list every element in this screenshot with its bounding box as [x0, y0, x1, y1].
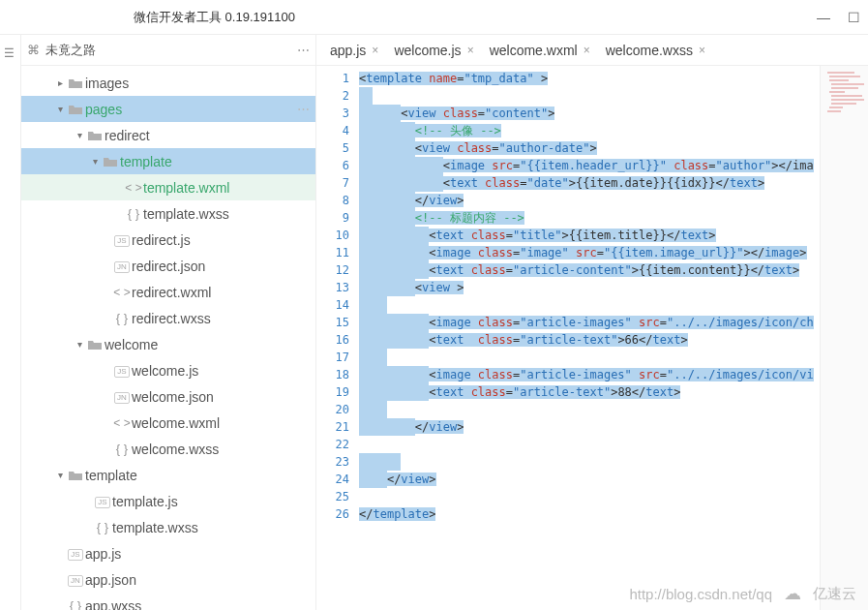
tree-item-images[interactable]: ▸images — [21, 70, 315, 96]
file-icon: { } — [124, 206, 143, 221]
line-number: 13 — [316, 279, 349, 296]
maximize-icon[interactable]: ☐ — [848, 10, 860, 25]
file-name: app.json — [85, 572, 136, 588]
tree-item-redirect[interactable]: ▾redirect — [21, 122, 315, 148]
tree-item-template-wxss[interactable]: { }template.wxss — [21, 200, 315, 227]
tree-item-template[interactable]: ▾template — [21, 148, 315, 174]
close-icon[interactable]: × — [584, 44, 590, 57]
tab-welcome-wxss[interactable]: welcome.wxss× — [598, 35, 713, 66]
close-icon[interactable]: × — [372, 44, 378, 57]
sidebar-header[interactable]: ⌘ 未竟之路 ⋯ — [21, 35, 315, 66]
tree-item-app-json[interactable]: JNapp.json — [21, 566, 315, 593]
tab-label: app.js — [330, 43, 366, 58]
line-number: 12 — [316, 261, 349, 279]
tree-item-redirect-js[interactable]: JSredirect.js — [21, 227, 315, 253]
tab-welcome-wxml[interactable]: welcome.wxml× — [482, 35, 598, 66]
code-line[interactable]: <image class="article-images" src="../..… — [359, 366, 820, 383]
file-name: images — [85, 76, 129, 91]
minimize-icon[interactable]: — — [817, 10, 830, 25]
tab-app-js[interactable]: app.js× — [322, 35, 386, 66]
file-tree[interactable]: ▸images▾pages⋯▾redirect▾template< >templ… — [21, 66, 315, 610]
line-number: 26 — [316, 505, 349, 523]
chevron-icon: ▾ — [54, 104, 66, 114]
code-line[interactable]: <text class="article-text">88</text> — [359, 383, 820, 401]
file-icon: < > — [124, 181, 143, 195]
tree-item-welcome-wxss[interactable]: { }welcome.wxss — [21, 436, 315, 462]
tree-item-welcome-json[interactable]: JNwelcome.json — [21, 383, 315, 410]
code-line[interactable]: <template name="tmp_data" > — [359, 70, 820, 87]
code-line[interactable]: </view> — [359, 192, 820, 209]
code-editor[interactable]: 1234567891011121314151617181920212223242… — [316, 66, 868, 610]
file-name: redirect.wxml — [132, 285, 211, 300]
tree-item-redirect-wxss[interactable]: { }redirect.wxss — [21, 305, 315, 331]
line-number: 11 — [316, 244, 349, 261]
tree-item-template-wxml[interactable]: < >template.wxml — [21, 174, 315, 200]
tree-item-template-wxss[interactable]: { }template.wxss — [21, 514, 315, 540]
tab-label: welcome.wxml — [490, 43, 578, 58]
code-line[interactable] — [359, 436, 820, 453]
file-icon: JS — [112, 363, 132, 378]
tree-item-pages[interactable]: ▾pages⋯ — [21, 96, 315, 122]
file-name: redirect.js — [132, 232, 191, 248]
explorer-gutter-icon[interactable]: ☰ — [4, 46, 16, 60]
line-number: 6 — [316, 157, 349, 174]
tree-item-welcome[interactable]: ▾welcome — [21, 331, 315, 357]
tree-item-welcome-js[interactable]: JSwelcome.js — [21, 357, 315, 383]
code-line[interactable]: </view> — [359, 418, 820, 436]
tab-label: welcome.js — [394, 43, 461, 58]
code-line[interactable]: <!-- 头像 --> — [359, 122, 820, 139]
code-line[interactable]: </view> — [359, 471, 820, 488]
line-number: 16 — [316, 331, 349, 349]
tree-item-redirect-json[interactable]: JNredirect.json — [21, 253, 315, 279]
code-line[interactable] — [359, 87, 820, 105]
code-line[interactable]: <text class="title">{{item.title}}</text… — [359, 227, 820, 244]
file-name: template.wxml — [143, 180, 229, 196]
tab-welcome-js[interactable]: welcome.js× — [386, 35, 481, 66]
file-icon: { } — [112, 442, 132, 456]
code-line[interactable]: <text class="article-content">{{item.con… — [359, 261, 820, 279]
file-name: welcome.wxml — [132, 415, 220, 431]
code-line[interactable]: <image class="image" src="{{item.image_u… — [359, 244, 820, 261]
code-line[interactable]: <view > — [359, 279, 820, 296]
code-line[interactable]: <text class="article-text">66</text> — [359, 331, 820, 349]
file-name: app.wxss — [85, 598, 141, 611]
close-icon[interactable]: × — [467, 44, 474, 57]
line-number: 24 — [316, 471, 349, 488]
line-number: 19 — [316, 383, 349, 401]
line-number: 5 — [316, 139, 349, 157]
tree-item-welcome-wxml[interactable]: < >welcome.wxml — [21, 410, 315, 436]
code-line[interactable]: <image src="{{item.header_url}}" class="… — [359, 157, 820, 174]
code-line[interactable]: <text class="date">{{item.date}}{{idx}}<… — [359, 174, 820, 192]
code-line[interactable] — [359, 296, 820, 314]
line-number: 7 — [316, 174, 349, 192]
code-line[interactable] — [359, 488, 820, 505]
code-line[interactable] — [359, 401, 820, 418]
tree-item-redirect-wxml[interactable]: < >redirect.wxml — [21, 279, 315, 305]
row-more-icon[interactable]: ⋯ — [297, 102, 310, 116]
file-icon: JS — [66, 546, 85, 561]
minimap[interactable] — [820, 66, 868, 610]
sidebar-more-icon[interactable]: ⋯ — [297, 43, 310, 57]
code-line[interactable]: </template> — [359, 505, 820, 523]
tree-item-template-js[interactable]: JStemplate.js — [21, 488, 315, 514]
tree-item-template[interactable]: ▾template — [21, 462, 315, 488]
tree-item-app-wxss[interactable]: { }app.wxss — [21, 593, 315, 610]
code-line[interactable] — [359, 349, 820, 366]
close-icon[interactable]: × — [699, 44, 705, 57]
line-number: 15 — [316, 314, 349, 331]
file-icon — [85, 338, 105, 351]
line-number: 25 — [316, 488, 349, 505]
file-icon: JN — [112, 389, 132, 404]
watermark: http://blog.csdn.net/qq ☁ 亿速云 — [629, 583, 856, 604]
code-line[interactable]: <image class="article-images" src="../..… — [359, 314, 820, 331]
code-line[interactable]: <!-- 标题内容 --> — [359, 209, 820, 227]
tree-item-app-js[interactable]: JSapp.js — [21, 540, 315, 566]
line-number: 2 — [316, 87, 349, 105]
chevron-icon: ▾ — [74, 130, 85, 140]
code-line[interactable] — [359, 453, 820, 471]
app-title: 微信开发者工具 0.19.191100 — [134, 9, 295, 26]
code-line[interactable]: <view class="author-date"> — [359, 139, 820, 157]
code-content[interactable]: <template name="tmp_data" > <view class=… — [359, 66, 820, 610]
file-name: app.js — [85, 546, 121, 562]
code-line[interactable]: <view class="content"> — [359, 105, 820, 122]
